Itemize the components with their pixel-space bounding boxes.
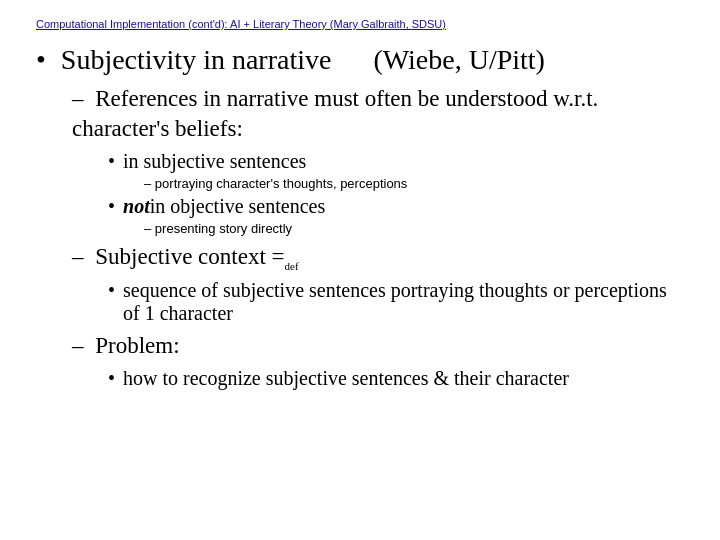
level3-subjective: • in subjective sentences <box>108 150 684 173</box>
level3-dot-3: • <box>108 279 115 302</box>
level3-recognize: • how to recognize subjective sentences … <box>108 367 684 390</box>
level3-subjective-text: in subjective sentences <box>123 150 306 173</box>
level3-objective-text: in objective sentences <box>150 195 326 218</box>
level3-sequence: • sequence of subjective sentences portr… <box>108 279 684 325</box>
slide: Computational Implementation (cont'd): A… <box>0 0 720 540</box>
level4-portraying-text: – portraying character's thoughts, perce… <box>144 176 407 191</box>
level3-dot-2: • <box>108 195 115 218</box>
level2-references: – References in narrative must often be … <box>72 84 684 144</box>
level2-subjective-context-text: Subjective context = <box>95 244 284 269</box>
level2-subjective-context: – Subjective context =def <box>72 242 684 273</box>
level2-problem: – Problem: <box>72 331 684 361</box>
level2-dash-3: – <box>72 333 84 358</box>
main-bullet-content: • Subjectivity in narrative (Wiebe, U/Pi… <box>36 44 545 76</box>
level4-presenting: – presenting story directly <box>144 221 684 236</box>
level2-dash-2: – <box>72 244 84 269</box>
header-link[interactable]: Computational Implementation (cont'd): A… <box>36 18 684 30</box>
level4-portraying: – portraying character's thoughts, perce… <box>144 176 684 191</box>
level3-sequence-text: sequence of subjective sentences portray… <box>123 279 684 325</box>
level3-not-text: not <box>123 195 150 218</box>
level3-recognize-text: how to recognize subjective sentences & … <box>123 367 569 390</box>
level2-dash-1: – <box>72 86 84 111</box>
level3-dot-4: • <box>108 367 115 390</box>
level2-def-subscript: def <box>285 259 299 271</box>
level2-references-text: References in narrative must often be un… <box>72 86 598 141</box>
level2-problem-text: Problem: <box>95 333 179 358</box>
main-bullet-item: • Subjectivity in narrative (Wiebe, U/Pi… <box>36 44 684 76</box>
level3-not-objective: • not in objective sentences <box>108 195 684 218</box>
main-bullet-dot: • <box>36 44 46 75</box>
level4-presenting-text: – presenting story directly <box>144 221 292 236</box>
header-link-text: Computational Implementation (cont'd): A… <box>36 18 446 30</box>
main-bullet-wiebe: (Wiebe, U/Pitt) <box>373 44 545 75</box>
level3-dot-1: • <box>108 150 115 173</box>
main-bullet-text: Subjectivity in narrative <box>61 44 332 75</box>
